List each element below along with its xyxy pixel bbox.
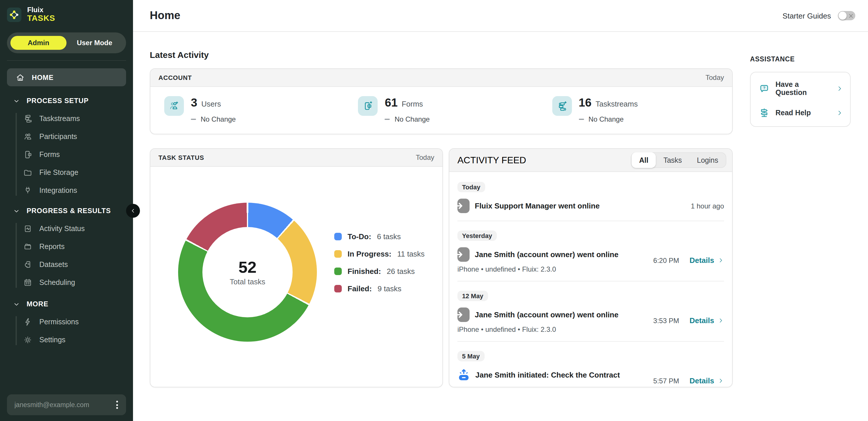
lightning-icon xyxy=(23,317,32,326)
stat-value: 16 xyxy=(579,96,592,109)
activity-status-icon xyxy=(23,224,32,233)
chevron-left-icon xyxy=(129,207,136,214)
total-tasks-value: 52 xyxy=(239,258,256,277)
task-status-donut: 52 Total tasks xyxy=(178,203,317,342)
user-account-button[interactable]: janesmith@example.com xyxy=(7,394,126,415)
legend-name: Finished: xyxy=(347,267,381,276)
sidebar-item-taskstreams[interactable]: Taskstreams xyxy=(23,109,126,128)
section-label: PROGRESS & RESULTS xyxy=(27,207,111,215)
gear-icon xyxy=(23,335,32,344)
page-title: Home xyxy=(150,9,180,22)
details-label: Details xyxy=(690,256,714,265)
brand-name: Fluix xyxy=(27,6,55,14)
stat-change-label: No Change xyxy=(395,115,430,123)
main-header: Home Starter Guides xyxy=(133,0,868,32)
sidebar-item-settings[interactable]: Settings xyxy=(23,331,126,348)
assistance-title: ASSISTANCE xyxy=(750,56,851,62)
starter-guides-toggle[interactable] xyxy=(838,11,855,20)
legend-name: In Progress: xyxy=(347,250,392,258)
login-icon xyxy=(458,247,470,262)
account-card-title: ACCOUNT xyxy=(158,74,192,81)
no-change-dash-icon xyxy=(385,119,390,120)
sidebar-item-label: Taskstreams xyxy=(39,114,80,122)
chevron-down-icon xyxy=(13,207,20,215)
legend-count: 26 tasks xyxy=(387,267,415,276)
section-label: MORE xyxy=(27,300,48,308)
mode-user-button[interactable]: User Mode xyxy=(66,36,123,50)
account-period: Today xyxy=(706,74,724,82)
details-label: Details xyxy=(690,376,714,385)
feed-title: Jane Smith (account owner) went online xyxy=(475,310,618,319)
user-email: janesmith@example.com xyxy=(14,401,113,408)
feed-title: Jane Smith initiated: Check the Contract xyxy=(475,371,620,379)
date-chip: Yesterday xyxy=(458,230,497,241)
no-change-dash-icon xyxy=(579,119,584,120)
sidebar: Fluix TASKS Admin User Mode HOME PROCESS… xyxy=(0,0,133,421)
stat-value: 3 xyxy=(191,96,197,109)
assistance-card: ? Have a Question xyxy=(750,72,851,127)
legend-item-todo: To-Do: 6 tasks xyxy=(334,232,425,241)
sidebar-item-label: Scheduling xyxy=(39,278,75,286)
no-change-dash-icon xyxy=(191,119,196,120)
reports-icon xyxy=(23,242,32,251)
feed-time: 6:20 PM xyxy=(653,256,679,264)
sidebar-item-datasets[interactable]: Datasets xyxy=(23,255,126,273)
legend-swatch xyxy=(334,285,342,292)
activity-feed-title: ACTIVITY FEED xyxy=(458,155,526,165)
donut-center: 52 Total tasks xyxy=(203,227,292,317)
sidebar-item-label: Settings xyxy=(39,336,65,344)
chevron-right-icon xyxy=(718,257,724,263)
sidebar-item-participants[interactable]: Participants xyxy=(23,128,126,145)
tab-logins[interactable]: Logins xyxy=(689,152,726,168)
task-status-period: Today xyxy=(416,153,434,162)
sidebar-item-forms[interactable]: Forms xyxy=(23,145,126,163)
tab-all[interactable]: All xyxy=(631,152,656,168)
details-link[interactable]: Details xyxy=(690,316,724,325)
svg-text:?: ? xyxy=(763,85,765,90)
feed-row: Jane Smith initiated: Check the Contract… xyxy=(458,368,724,387)
task-status-title: TASK STATUS xyxy=(158,154,204,161)
assistance-item-label: Read Help xyxy=(775,109,830,117)
details-link[interactable]: Details xyxy=(690,256,724,265)
legend-swatch xyxy=(334,250,342,258)
section-progress-results[interactable]: PROGRESS & RESULTS xyxy=(7,207,126,215)
legend-count: 6 tasks xyxy=(377,232,401,241)
have-a-question-link[interactable]: ? Have a Question xyxy=(751,75,850,102)
legend-item-finished: Finished: 26 tasks xyxy=(334,267,425,276)
sidebar-item-reports[interactable]: Reports xyxy=(23,237,126,255)
question-bubble-icon: ? xyxy=(759,83,770,94)
feed-title: Jane Smith (account owner) went online xyxy=(475,250,618,259)
account-card: ACCOUNT Today xyxy=(150,68,733,134)
section-title-latest-activity: Latest Activity xyxy=(150,50,733,60)
feed-row: Jane Smith (account owner) went online i… xyxy=(458,247,724,273)
home-icon xyxy=(16,73,25,82)
sidebar-collapse-button[interactable] xyxy=(126,204,140,218)
fluix-logo-icon xyxy=(7,7,21,22)
sidebar-item-integrations[interactable]: Integrations xyxy=(23,181,126,199)
section-process-setup[interactable]: PROCESS SETUP xyxy=(7,97,126,105)
kebab-menu-icon[interactable] xyxy=(113,398,121,411)
sidebar-item-label: Datasets xyxy=(39,260,68,269)
date-chip: 12 May xyxy=(458,291,488,301)
brand-product: TASKS xyxy=(27,14,55,23)
sidebar-item-permissions[interactable]: Permissions xyxy=(23,313,126,331)
stat-taskstreams: 16 Taskstreams No Change xyxy=(538,96,732,123)
section-more[interactable]: MORE xyxy=(7,300,126,308)
sidebar-item-file-storage[interactable]: File Storage xyxy=(23,163,126,181)
mode-toggle: Admin User Mode xyxy=(7,32,126,53)
sidebar-item-activity-status[interactable]: Activity Status xyxy=(23,220,126,237)
stat-users: 3 Users No Change xyxy=(150,96,344,123)
mode-admin-button[interactable]: Admin xyxy=(10,36,66,50)
details-link[interactable]: Details xyxy=(690,376,724,385)
sidebar-item-scheduling[interactable]: Scheduling xyxy=(23,273,126,291)
sidebar-item-home[interactable]: HOME xyxy=(7,68,126,86)
sidebar-nav: HOME PROCESS SETUP Taskstreams xyxy=(0,61,133,394)
feed-divider xyxy=(458,281,724,281)
read-help-link[interactable]: Read Help xyxy=(751,102,850,123)
chevron-down-icon xyxy=(13,300,20,308)
form-plus-icon xyxy=(358,96,378,116)
tab-tasks[interactable]: Tasks xyxy=(656,152,689,168)
legend-item-in-progress: In Progress: 11 tasks xyxy=(334,250,425,258)
toggle-knob xyxy=(838,11,847,20)
legend-name: To-Do: xyxy=(347,232,371,241)
